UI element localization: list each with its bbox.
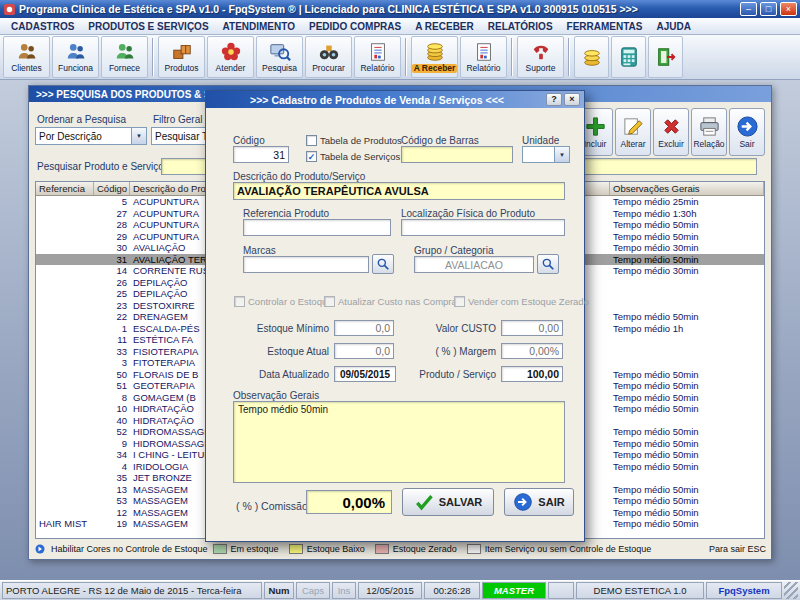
status-license: DEMO ESTETICA 1.0 [576, 582, 704, 599]
color-swatch [289, 544, 303, 554]
status-date: 12/05/2015 [358, 582, 422, 599]
toolbar-suporte-button[interactable]: Suporte [517, 36, 564, 78]
toolbar-relatorio-button[interactable]: Relatório [460, 36, 507, 78]
checkbox-box[interactable] [306, 135, 317, 146]
toolbar-funciona-button[interactable]: Funciona [52, 36, 99, 78]
menu-pedido-compras[interactable]: PEDIDO COMPRAS [302, 21, 408, 32]
sair-button[interactable]: SAIR [504, 488, 574, 516]
legend-label: Estoque Zerado [393, 544, 457, 554]
toolbar-fornece-button[interactable]: Fornece [101, 36, 148, 78]
localizacao-field[interactable] [401, 219, 565, 236]
sair-button[interactable]: Sair [729, 108, 765, 156]
grupo-field[interactable]: AVALIACAO [414, 256, 534, 273]
help-button[interactable]: ? [546, 93, 562, 106]
button-label: Sair [739, 139, 754, 149]
excluir-button[interactable]: Excluir [653, 108, 689, 156]
cell-obs [610, 472, 764, 484]
dialog-close-button[interactable]: × [564, 93, 580, 106]
toolbar-relatorio-button[interactable]: Relatório [354, 36, 401, 78]
descricao-field[interactable]: AVALIAÇÃO TERAPÊUTICA AVULSA [233, 182, 565, 200]
unidade-select[interactable]: ▼ [522, 146, 570, 163]
status-spacer [548, 582, 574, 599]
obs-textarea[interactable]: Tempo médio 50min [233, 401, 565, 483]
toolbar-produtos-button[interactable]: Produtos [158, 36, 205, 78]
menu-ferramentas[interactable]: FERRAMENTAS [560, 21, 650, 32]
toolbar-procurar-button[interactable]: Procurar [305, 36, 352, 78]
staff-icon [65, 41, 87, 63]
relacao-button[interactable]: Relação [691, 108, 727, 156]
atualizar-custo-checkbox[interactable]: Atualizar Custo nas Compras [324, 296, 462, 307]
margem-label: ( % ) Margem [401, 346, 496, 357]
menu-relatorios[interactable]: RELATÓRIOS [481, 21, 560, 32]
chevron-down-icon[interactable]: ▼ [131, 128, 146, 144]
cell-obs [610, 415, 764, 427]
cell-ref [36, 392, 94, 404]
cell-ref [36, 426, 94, 438]
toolbar-exit-door-icon-button[interactable] [648, 36, 683, 78]
cell-obs: Tempo médio 50min [610, 449, 764, 461]
checkbox-box[interactable] [324, 296, 335, 307]
salvar-button[interactable]: SALVAR [402, 488, 494, 516]
tabela-servicos-checkbox[interactable]: ✓ Tabela de Serviços [306, 151, 400, 162]
margem-field[interactable]: 0,00% [501, 343, 563, 359]
checkbox-box[interactable] [454, 296, 465, 307]
chevron-down-icon[interactable]: ▼ [554, 147, 569, 162]
window-title: Programa Clinica de Estética e SPA v1.0 … [19, 3, 737, 15]
legend-label: Item Serviço ou sem Controle de Estoque [485, 544, 652, 554]
checkbox-box[interactable]: ✓ [306, 151, 317, 162]
cell-code: 25 [94, 288, 130, 300]
cell-ref [36, 357, 94, 369]
close-button[interactable]: × [780, 2, 797, 16]
estoque-atual-field[interactable]: 0,0 [334, 343, 394, 359]
referencia-field[interactable] [243, 219, 391, 236]
marcas-search-button[interactable] [372, 254, 394, 274]
tabela-produtos-checkbox[interactable]: Tabela de Produtos [306, 135, 402, 146]
toolbar-coins-icon-button[interactable] [574, 36, 609, 78]
unidade-label: Unidade [522, 135, 559, 146]
data-atualizado-field[interactable]: 09/05/2015 [334, 366, 396, 382]
produto-servico-field[interactable]: 100,00 [501, 366, 563, 382]
toolbar-label: Fornece [109, 64, 140, 73]
cell-code: 1 [94, 323, 130, 335]
menu-atendimento[interactable]: ATENDIMENTO [216, 21, 302, 32]
alterar-button[interactable]: Alterar [615, 108, 651, 156]
cell-code: 29 [94, 231, 130, 243]
menu-produtos-e-servicos[interactable]: PRODUTOS E SERVIÇOS [81, 21, 215, 32]
color-swatch [213, 544, 227, 554]
dialog-titlebar: >>> Cadastro de Produtos de Venda / Serv… [206, 91, 584, 108]
menu-a-receber[interactable]: A RECEBER [408, 21, 481, 32]
toolbar-clientes-button[interactable]: Clientes [3, 36, 50, 78]
maximize-button[interactable]: □ [760, 2, 777, 16]
grupo-search-button[interactable] [537, 254, 559, 274]
cell-obs: Tempo médio 50min [610, 426, 764, 438]
toolbar-a-receber-button[interactable]: A Receber [411, 36, 458, 78]
cell-ref [36, 277, 94, 289]
minimize-button[interactable]: – [740, 2, 757, 16]
enable-colors-icon[interactable] [34, 543, 46, 555]
toolbar-atender-button[interactable]: Atender [207, 36, 254, 78]
menu-ajuda[interactable]: AJUDA [650, 21, 698, 32]
support-icon [530, 41, 552, 63]
printer-icon [698, 115, 721, 138]
resize-grip[interactable] [784, 582, 798, 599]
legend-items: Em estoqueEstoque BaixoEstoque ZeradoIte… [213, 544, 652, 554]
codigo-field[interactable]: 31 [233, 146, 289, 163]
tabela-produtos-label: Tabela de Produtos [320, 135, 402, 146]
checkbox-box[interactable] [234, 296, 245, 307]
order-search-select[interactable]: Por Descrição ▼ [35, 127, 147, 145]
cell-obs [610, 300, 764, 312]
toolbar-calculator-icon-button[interactable] [611, 36, 646, 78]
marcas-label: Marcas [243, 245, 276, 256]
comissao-field[interactable]: 0,00% [306, 490, 392, 514]
estoque-min-field[interactable]: 0,0 [334, 320, 394, 336]
menu-cadastros[interactable]: CADASTROS [4, 21, 81, 32]
cell-obs: Tempo médio 50min [610, 507, 764, 519]
barras-field[interactable] [401, 146, 513, 163]
marcas-field[interactable] [243, 256, 369, 273]
controlar-estoque-checkbox[interactable]: Controlar o Estoque [234, 296, 333, 307]
vender-zerado-checkbox[interactable]: Vender com Estoque Zerado [454, 296, 589, 307]
cell-ref [36, 323, 94, 335]
valor-custo-field[interactable]: 0,00 [501, 320, 563, 336]
plus-icon [584, 115, 607, 138]
toolbar-pesquisa-button[interactable]: Pesquisa [256, 36, 303, 78]
